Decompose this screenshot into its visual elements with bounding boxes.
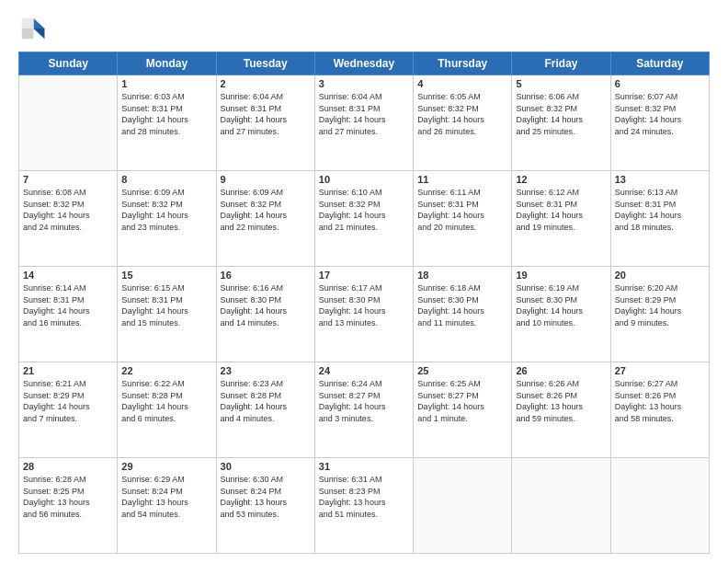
day-info: Sunrise: 6:30 AM Sunset: 8:24 PM Dayligh… <box>221 474 311 520</box>
day-info: Sunrise: 6:09 AM Sunset: 8:32 PM Dayligh… <box>221 187 311 233</box>
day-number: 6 <box>615 78 705 89</box>
day-info: Sunrise: 6:31 AM Sunset: 8:23 PM Dayligh… <box>319 474 409 520</box>
calendar-cell: 5Sunrise: 6:06 AM Sunset: 8:32 PM Daylig… <box>512 75 610 171</box>
calendar-cell: 26Sunrise: 6:26 AM Sunset: 8:26 PM Dayli… <box>512 362 610 458</box>
calendar-cell: 21Sunrise: 6:21 AM Sunset: 8:29 PM Dayli… <box>19 362 118 458</box>
day-info: Sunrise: 6:25 AM Sunset: 8:27 PM Dayligh… <box>417 378 507 424</box>
calendar-cell: 31Sunrise: 6:31 AM Sunset: 8:23 PM Dayli… <box>314 458 413 554</box>
day-info: Sunrise: 6:19 AM Sunset: 8:30 PM Dayligh… <box>516 282 606 328</box>
day-number: 29 <box>121 461 211 472</box>
logo-icon <box>18 15 46 42</box>
calendar-cell: 8Sunrise: 6:09 AM Sunset: 8:32 PM Daylig… <box>118 171 216 267</box>
day-info: Sunrise: 6:16 AM Sunset: 8:30 PM Dayligh… <box>221 282 311 328</box>
calendar-cell: 12Sunrise: 6:12 AM Sunset: 8:31 PM Dayli… <box>512 171 610 267</box>
day-number: 3 <box>319 78 409 89</box>
calendar-cell: 23Sunrise: 6:23 AM Sunset: 8:28 PM Dayli… <box>216 362 314 458</box>
calendar-cell: 3Sunrise: 6:04 AM Sunset: 8:31 PM Daylig… <box>314 75 413 171</box>
calendar-cell: 10Sunrise: 6:10 AM Sunset: 8:32 PM Dayli… <box>314 171 413 267</box>
day-number: 31 <box>319 461 409 472</box>
calendar-cell: 15Sunrise: 6:15 AM Sunset: 8:31 PM Dayli… <box>118 267 216 362</box>
day-info: Sunrise: 6:12 AM Sunset: 8:31 PM Dayligh… <box>516 187 606 233</box>
day-info: Sunrise: 6:07 AM Sunset: 8:32 PM Dayligh… <box>615 91 705 137</box>
calendar-cell: 7Sunrise: 6:08 AM Sunset: 8:32 PM Daylig… <box>19 171 118 267</box>
day-info: Sunrise: 6:05 AM Sunset: 8:32 PM Dayligh… <box>417 91 507 137</box>
calendar-cell: 14Sunrise: 6:14 AM Sunset: 8:31 PM Dayli… <box>19 267 118 362</box>
day-info: Sunrise: 6:08 AM Sunset: 8:32 PM Dayligh… <box>23 187 113 233</box>
calendar-week-4: 21Sunrise: 6:21 AM Sunset: 8:29 PM Dayli… <box>19 362 710 458</box>
calendar-cell: 9Sunrise: 6:09 AM Sunset: 8:32 PM Daylig… <box>216 171 314 267</box>
calendar-cell: 24Sunrise: 6:24 AM Sunset: 8:27 PM Dayli… <box>314 362 413 458</box>
day-number: 7 <box>23 174 113 185</box>
day-number: 24 <box>319 365 409 376</box>
day-number: 17 <box>319 270 409 281</box>
calendar-cell: 16Sunrise: 6:16 AM Sunset: 8:30 PM Dayli… <box>216 267 314 362</box>
day-number: 5 <box>516 78 606 89</box>
calendar-cell: 4Sunrise: 6:05 AM Sunset: 8:32 PM Daylig… <box>414 75 512 171</box>
day-info: Sunrise: 6:21 AM Sunset: 8:29 PM Dayligh… <box>23 378 113 424</box>
calendar-header-wednesday: Wednesday <box>314 52 413 75</box>
day-info: Sunrise: 6:10 AM Sunset: 8:32 PM Dayligh… <box>319 187 409 233</box>
calendar-cell: 17Sunrise: 6:17 AM Sunset: 8:30 PM Dayli… <box>314 267 413 362</box>
calendar-week-5: 28Sunrise: 6:28 AM Sunset: 8:25 PM Dayli… <box>19 458 710 554</box>
day-number: 8 <box>121 174 211 185</box>
day-info: Sunrise: 6:18 AM Sunset: 8:30 PM Dayligh… <box>417 282 507 328</box>
day-info: Sunrise: 6:04 AM Sunset: 8:31 PM Dayligh… <box>221 91 311 137</box>
day-info: Sunrise: 6:26 AM Sunset: 8:26 PM Dayligh… <box>516 378 606 424</box>
day-info: Sunrise: 6:06 AM Sunset: 8:32 PM Dayligh… <box>516 91 606 137</box>
day-number: 15 <box>121 270 211 281</box>
day-number: 10 <box>319 174 409 185</box>
day-number: 13 <box>615 174 705 185</box>
day-number: 28 <box>23 461 113 472</box>
day-info: Sunrise: 6:22 AM Sunset: 8:28 PM Dayligh… <box>121 378 211 424</box>
calendar-table: SundayMondayTuesdayWednesdayThursdayFrid… <box>18 52 710 554</box>
day-number: 30 <box>221 461 311 472</box>
day-number: 21 <box>23 365 113 376</box>
day-number: 16 <box>221 270 311 281</box>
day-number: 22 <box>121 365 211 376</box>
day-number: 20 <box>615 270 705 281</box>
page: SundayMondayTuesdayWednesdayThursdayFrid… <box>0 0 728 563</box>
day-number: 19 <box>516 270 606 281</box>
day-info: Sunrise: 6:20 AM Sunset: 8:29 PM Dayligh… <box>615 282 705 328</box>
day-number: 14 <box>23 270 113 281</box>
day-number: 23 <box>221 365 311 376</box>
day-info: Sunrise: 6:23 AM Sunset: 8:28 PM Dayligh… <box>221 378 311 424</box>
calendar-header-tuesday: Tuesday <box>216 52 314 75</box>
calendar-header-friday: Friday <box>512 52 610 75</box>
day-number: 18 <box>417 270 507 281</box>
day-number: 27 <box>615 365 705 376</box>
calendar-week-3: 14Sunrise: 6:14 AM Sunset: 8:31 PM Dayli… <box>19 267 710 362</box>
svg-rect-2 <box>22 18 34 29</box>
day-info: Sunrise: 6:11 AM Sunset: 8:31 PM Dayligh… <box>417 187 507 233</box>
calendar-week-1: 1Sunrise: 6:03 AM Sunset: 8:31 PM Daylig… <box>19 75 710 171</box>
calendar-cell <box>414 458 512 554</box>
day-info: Sunrise: 6:28 AM Sunset: 8:25 PM Dayligh… <box>23 474 113 520</box>
calendar-cell: 25Sunrise: 6:25 AM Sunset: 8:27 PM Dayli… <box>414 362 512 458</box>
day-info: Sunrise: 6:17 AM Sunset: 8:30 PM Dayligh… <box>319 282 409 328</box>
calendar-cell: 22Sunrise: 6:22 AM Sunset: 8:28 PM Dayli… <box>118 362 216 458</box>
calendar-header-row: SundayMondayTuesdayWednesdayThursdayFrid… <box>19 52 710 75</box>
calendar-header-sunday: Sunday <box>19 52 118 75</box>
day-info: Sunrise: 6:15 AM Sunset: 8:31 PM Dayligh… <box>121 282 211 328</box>
calendar-week-2: 7Sunrise: 6:08 AM Sunset: 8:32 PM Daylig… <box>19 171 710 267</box>
day-number: 1 <box>121 78 211 89</box>
logo <box>18 15 50 42</box>
calendar-cell: 13Sunrise: 6:13 AM Sunset: 8:31 PM Dayli… <box>610 171 709 267</box>
day-info: Sunrise: 6:29 AM Sunset: 8:24 PM Dayligh… <box>121 474 211 520</box>
calendar-header-monday: Monday <box>118 52 216 75</box>
calendar-header-saturday: Saturday <box>610 52 709 75</box>
day-number: 26 <box>516 365 606 376</box>
calendar-cell: 11Sunrise: 6:11 AM Sunset: 8:31 PM Dayli… <box>414 171 512 267</box>
day-number: 12 <box>516 174 606 185</box>
calendar-cell: 1Sunrise: 6:03 AM Sunset: 8:31 PM Daylig… <box>118 75 216 171</box>
day-info: Sunrise: 6:24 AM Sunset: 8:27 PM Dayligh… <box>319 378 409 424</box>
calendar-cell: 2Sunrise: 6:04 AM Sunset: 8:31 PM Daylig… <box>216 75 314 171</box>
day-info: Sunrise: 6:14 AM Sunset: 8:31 PM Dayligh… <box>23 282 113 328</box>
calendar-cell <box>19 75 118 171</box>
day-info: Sunrise: 6:27 AM Sunset: 8:26 PM Dayligh… <box>615 378 705 424</box>
calendar-cell: 19Sunrise: 6:19 AM Sunset: 8:30 PM Dayli… <box>512 267 610 362</box>
calendar-cell <box>512 458 610 554</box>
day-info: Sunrise: 6:04 AM Sunset: 8:31 PM Dayligh… <box>319 91 409 137</box>
calendar-cell: 29Sunrise: 6:29 AM Sunset: 8:24 PM Dayli… <box>118 458 216 554</box>
calendar-cell: 27Sunrise: 6:27 AM Sunset: 8:26 PM Dayli… <box>610 362 709 458</box>
